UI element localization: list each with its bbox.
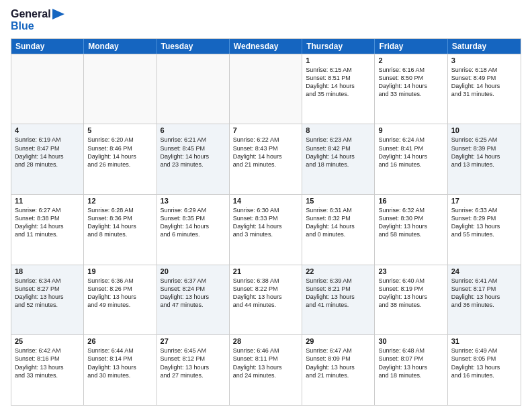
day-number: 10 [451,126,517,134]
day-number: 29 [306,337,371,345]
day-number: 24 [451,267,517,275]
day-details: Sunrise: 6:15 AM Sunset: 8:51 PM Dayligh… [306,66,371,99]
day-number: 26 [87,337,152,345]
day-number: 2 [378,56,443,64]
day-details: Sunrise: 6:20 AM Sunset: 8:46 PM Dayligh… [87,136,152,169]
day-number: 4 [15,126,80,134]
day-details: Sunrise: 6:39 AM Sunset: 8:21 PM Dayligh… [306,277,371,310]
calendar-header-wednesday: Wednesday [230,39,302,54]
calendar-cell-29: 29Sunrise: 6:47 AM Sunset: 8:09 PM Dayli… [302,335,375,405]
calendar-cell-23: 23Sunrise: 6:40 AM Sunset: 8:19 PM Dayli… [375,265,447,335]
calendar-cell-12: 12Sunrise: 6:28 AM Sunset: 8:36 PM Dayli… [84,195,157,265]
day-details: Sunrise: 6:33 AM Sunset: 8:29 PM Dayligh… [451,206,517,239]
calendar-cell-empty-3 [230,54,302,124]
calendar-cell-13: 13Sunrise: 6:29 AM Sunset: 8:35 PM Dayli… [157,195,230,265]
day-details: Sunrise: 6:42 AM Sunset: 8:16 PM Dayligh… [15,347,80,379]
day-details: Sunrise: 6:27 AM Sunset: 8:38 PM Dayligh… [15,206,80,239]
calendar-cell-6: 6Sunrise: 6:21 AM Sunset: 8:45 PM Daylig… [157,124,230,194]
calendar-cell-5: 5Sunrise: 6:20 AM Sunset: 8:46 PM Daylig… [84,124,157,194]
calendar-header-thursday: Thursday [302,39,375,54]
page: General Blue SundayMondayTuesdayWednesda… [0,0,532,411]
calendar-cell-empty-0 [11,54,84,124]
calendar-cell-3: 3Sunrise: 6:18 AM Sunset: 8:49 PM Daylig… [448,54,521,124]
day-number: 20 [161,267,226,275]
calendar-header-tuesday: Tuesday [157,39,230,54]
day-details: Sunrise: 6:24 AM Sunset: 8:41 PM Dayligh… [378,136,443,169]
calendar-cell-1: 1Sunrise: 6:15 AM Sunset: 8:51 PM Daylig… [302,54,375,124]
day-details: Sunrise: 6:49 AM Sunset: 8:05 PM Dayligh… [451,347,517,379]
calendar-cell-31: 31Sunrise: 6:49 AM Sunset: 8:05 PM Dayli… [448,335,521,405]
calendar-cell-16: 16Sunrise: 6:32 AM Sunset: 8:30 PM Dayli… [375,195,447,265]
calendar-cell-22: 22Sunrise: 6:39 AM Sunset: 8:21 PM Dayli… [302,265,375,335]
calendar-cell-7: 7Sunrise: 6:22 AM Sunset: 8:43 PM Daylig… [230,124,302,194]
calendar-cell-17: 17Sunrise: 6:33 AM Sunset: 8:29 PM Dayli… [448,195,521,265]
day-number: 17 [451,197,517,205]
day-number: 19 [87,267,152,275]
calendar-cell-10: 10Sunrise: 6:25 AM Sunset: 8:39 PM Dayli… [448,124,521,194]
day-number: 18 [15,267,80,275]
day-details: Sunrise: 6:23 AM Sunset: 8:42 PM Dayligh… [306,136,371,169]
logo-arrow [52,9,64,19]
calendar-cell-28: 28Sunrise: 6:46 AM Sunset: 8:11 PM Dayli… [230,335,302,405]
day-details: Sunrise: 6:19 AM Sunset: 8:47 PM Dayligh… [15,136,80,169]
logo-text: General Blue [11,8,64,33]
calendar-cell-empty-1 [84,54,157,124]
calendar-cell-19: 19Sunrise: 6:36 AM Sunset: 8:26 PM Dayli… [84,265,157,335]
logo: General Blue [11,8,64,33]
day-number: 13 [161,197,226,205]
day-number: 12 [87,197,152,205]
calendar-cell-empty-2 [157,54,230,124]
day-number: 7 [233,126,298,134]
day-details: Sunrise: 6:36 AM Sunset: 8:26 PM Dayligh… [87,277,152,310]
day-number: 21 [233,267,298,275]
day-number: 15 [306,197,371,205]
day-number: 6 [161,126,226,134]
day-number: 8 [306,126,371,134]
calendar-cell-25: 25Sunrise: 6:42 AM Sunset: 8:16 PM Dayli… [11,335,84,405]
day-number: 16 [378,197,443,205]
calendar-row-3: 11Sunrise: 6:27 AM Sunset: 8:38 PM Dayli… [11,194,521,265]
day-number: 5 [87,126,152,134]
day-details: Sunrise: 6:40 AM Sunset: 8:19 PM Dayligh… [378,277,443,310]
day-details: Sunrise: 6:16 AM Sunset: 8:50 PM Dayligh… [378,66,443,99]
calendar-header-monday: Monday [84,39,157,54]
calendar-row-5: 25Sunrise: 6:42 AM Sunset: 8:16 PM Dayli… [11,334,521,405]
day-details: Sunrise: 6:18 AM Sunset: 8:49 PM Dayligh… [451,66,517,99]
calendar-cell-4: 4Sunrise: 6:19 AM Sunset: 8:47 PM Daylig… [11,124,84,194]
calendar-cell-27: 27Sunrise: 6:45 AM Sunset: 8:12 PM Dayli… [157,335,230,405]
calendar-header: SundayMondayTuesdayWednesdayThursdayFrid… [11,39,521,54]
day-number: 22 [306,267,371,275]
svg-marker-0 [52,9,64,19]
calendar-cell-9: 9Sunrise: 6:24 AM Sunset: 8:41 PM Daylig… [375,124,447,194]
day-details: Sunrise: 6:41 AM Sunset: 8:17 PM Dayligh… [451,277,517,310]
calendar-row-2: 4Sunrise: 6:19 AM Sunset: 8:47 PM Daylig… [11,124,521,194]
calendar-row-4: 18Sunrise: 6:34 AM Sunset: 8:27 PM Dayli… [11,265,521,335]
day-details: Sunrise: 6:48 AM Sunset: 8:07 PM Dayligh… [378,347,443,379]
day-details: Sunrise: 6:30 AM Sunset: 8:33 PM Dayligh… [233,206,298,239]
day-number: 30 [378,337,443,345]
day-details: Sunrise: 6:25 AM Sunset: 8:39 PM Dayligh… [451,136,517,169]
day-number: 11 [15,197,80,205]
day-details: Sunrise: 6:37 AM Sunset: 8:24 PM Dayligh… [161,277,226,310]
day-details: Sunrise: 6:34 AM Sunset: 8:27 PM Dayligh… [15,277,80,310]
calendar-cell-8: 8Sunrise: 6:23 AM Sunset: 8:42 PM Daylig… [302,124,375,194]
calendar-cell-24: 24Sunrise: 6:41 AM Sunset: 8:17 PM Dayli… [448,265,521,335]
calendar-cell-15: 15Sunrise: 6:31 AM Sunset: 8:32 PM Dayli… [302,195,375,265]
day-details: Sunrise: 6:38 AM Sunset: 8:22 PM Dayligh… [233,277,298,310]
calendar-cell-26: 26Sunrise: 6:44 AM Sunset: 8:14 PM Dayli… [84,335,157,405]
calendar-header-sunday: Sunday [11,39,84,54]
day-details: Sunrise: 6:32 AM Sunset: 8:30 PM Dayligh… [378,206,443,239]
calendar-row-1: 1Sunrise: 6:15 AM Sunset: 8:51 PM Daylig… [11,54,521,124]
day-number: 28 [233,337,298,345]
header: General Blue [11,8,521,33]
day-number: 14 [233,197,298,205]
day-number: 27 [161,337,226,345]
calendar-cell-20: 20Sunrise: 6:37 AM Sunset: 8:24 PM Dayli… [157,265,230,335]
calendar-cell-11: 11Sunrise: 6:27 AM Sunset: 8:38 PM Dayli… [11,195,84,265]
calendar-header-saturday: Saturday [448,39,521,54]
day-details: Sunrise: 6:47 AM Sunset: 8:09 PM Dayligh… [306,347,371,379]
calendar-cell-14: 14Sunrise: 6:30 AM Sunset: 8:33 PM Dayli… [230,195,302,265]
day-number: 23 [378,267,443,275]
day-number: 3 [451,56,517,64]
calendar-cell-2: 2Sunrise: 6:16 AM Sunset: 8:50 PM Daylig… [375,54,447,124]
